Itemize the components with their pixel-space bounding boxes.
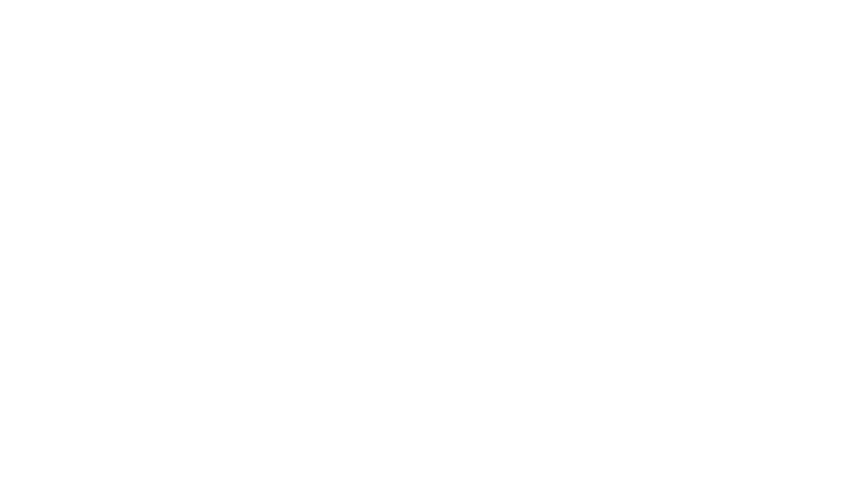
schematic-editor-canvas [0,0,851,504]
